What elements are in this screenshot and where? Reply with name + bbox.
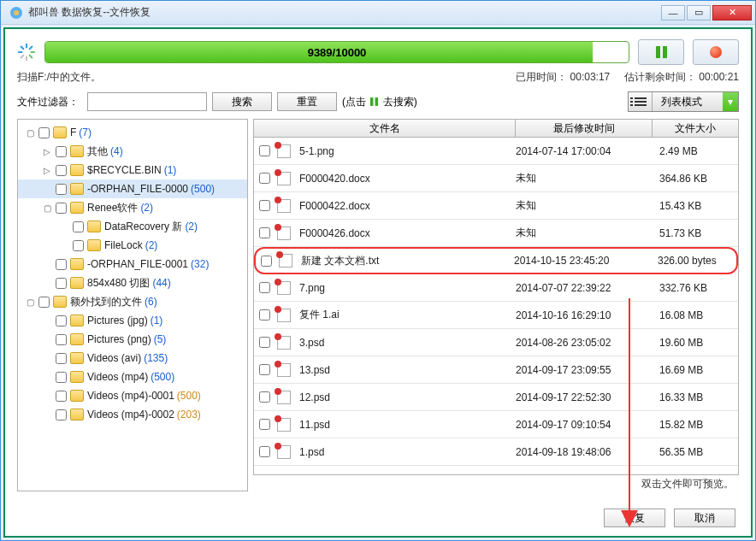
tree-checkbox[interactable] — [56, 372, 67, 383]
file-row[interactable]: 1.psd2014-09-18 19:48:0656.35 MB — [254, 438, 738, 466]
file-checkbox[interactable] — [259, 200, 270, 211]
tree-node[interactable]: Videos (mp4) (500) — [18, 368, 247, 386]
tree-checkbox[interactable] — [56, 334, 67, 345]
tree-checkbox[interactable] — [56, 184, 67, 195]
tree-checkbox[interactable] — [73, 240, 84, 251]
file-checkbox[interactable] — [259, 391, 270, 403]
minimize-button[interactable]: — — [661, 5, 685, 21]
file-row[interactable]: 新建 文本文档.txt2014-10-15 23:45:20326.00 byt… — [254, 247, 738, 274]
cancel-button[interactable]: 取消 — [674, 509, 735, 527]
pause-button[interactable] — [638, 39, 684, 65]
view-mode-dropdown[interactable]: 列表模式 ▾ — [628, 91, 739, 112]
stop-button[interactable] — [693, 39, 739, 65]
tree-checkbox[interactable] — [73, 221, 84, 232]
file-size: 15.82 MB — [653, 419, 738, 431]
tree-checkbox[interactable] — [56, 146, 67, 157]
col-date[interactable]: 最后修改时间 — [516, 120, 653, 137]
tree-checkbox[interactable] — [56, 203, 67, 214]
file-checkbox[interactable] — [259, 227, 270, 238]
file-checkbox[interactable] — [259, 337, 270, 348]
file-icon — [277, 199, 291, 213]
file-list[interactable]: 5-1.png2014-07-14 17:00:042.49 MBF000042… — [253, 138, 739, 475]
close-button[interactable]: ✕ — [712, 5, 752, 21]
file-row[interactable]: F0000420.docx未知364.86 KB — [254, 165, 738, 192]
tree-node[interactable]: Pictures (jpg) (1) — [18, 311, 247, 330]
tree-checkbox[interactable] — [56, 409, 67, 420]
file-row[interactable]: 3.psd2014-08-26 23:05:0219.60 MB — [254, 329, 738, 356]
file-checkbox[interactable] — [259, 309, 270, 320]
expander-icon[interactable]: ▷ — [42, 166, 52, 175]
expander-icon[interactable]: ▷ — [42, 147, 52, 156]
file-date: 2014-07-07 22:39:22 — [516, 282, 653, 294]
tree-label: Videos (mp4)-0002 — [87, 409, 174, 420]
tree-count: (2) — [185, 221, 198, 232]
filter-input[interactable] — [87, 92, 207, 111]
file-checkbox[interactable] — [259, 173, 270, 184]
tree-node[interactable]: DataRecovery 新 (2) — [18, 217, 247, 236]
tree-label: Pictures (jpg) — [87, 315, 148, 326]
view-mode-label: 列表模式 — [653, 95, 723, 109]
expander-icon[interactable]: ▢ — [25, 128, 35, 138]
tree-label: FileLock — [104, 239, 143, 251]
file-row[interactable]: 复件 1.ai2014-10-16 16:29:1016.08 MB — [254, 302, 738, 329]
tree-node[interactable]: Videos (mp4)-0002 (203) — [18, 405, 247, 424]
tree-node[interactable]: ▷$RECYCLE.BIN (1) — [18, 161, 247, 179]
tree-node[interactable]: ▢F (7) — [18, 123, 247, 142]
file-checkbox[interactable] — [259, 282, 270, 293]
file-row[interactable]: 7.png2014-07-07 22:39:22332.76 KB — [254, 274, 738, 302]
expander-icon[interactable]: ▢ — [25, 297, 35, 307]
file-icon — [277, 363, 291, 377]
tree-count: (32) — [191, 258, 209, 270]
recover-button[interactable]: 恢复 — [604, 509, 665, 527]
reset-button[interactable]: 重置 — [277, 92, 337, 111]
tree-node[interactable]: -ORPHAN_FILE-0001 (32) — [18, 255, 247, 273]
col-size[interactable]: 文件大小 — [653, 120, 738, 137]
file-size: 16.69 MB — [653, 364, 738, 376]
tree-checkbox[interactable] — [56, 165, 67, 176]
tree-checkbox[interactable] — [38, 297, 50, 308]
search-button[interactable]: 搜索 — [212, 92, 272, 111]
file-row[interactable]: 12.psd2014-09-17 22:52:3016.33 MB — [254, 384, 738, 411]
file-checkbox[interactable] — [259, 145, 270, 156]
tree-node[interactable]: ▷其他 (4) — [18, 142, 247, 161]
tree-checkbox[interactable] — [56, 353, 67, 364]
svg-line-7 — [21, 56, 24, 58]
tree-node[interactable]: ▢Renee软件 (2) — [18, 198, 247, 217]
tree-node[interactable]: 854x480 切图 (44) — [18, 273, 247, 292]
file-checkbox[interactable] — [261, 256, 272, 267]
file-row[interactable]: F0000422.docx未知15.43 KB — [254, 192, 738, 220]
folder-icon — [70, 164, 84, 176]
tree-node[interactable]: FileLock (2) — [18, 236, 247, 255]
file-row[interactable]: F0000426.docx未知51.73 KB — [254, 220, 738, 247]
expander-icon[interactable]: ▢ — [42, 203, 52, 213]
tree-checkbox[interactable] — [56, 315, 67, 326]
elapsed-label: 已用时间： — [516, 71, 567, 83]
file-date: 未知 — [516, 226, 653, 240]
file-checkbox[interactable] — [259, 419, 270, 430]
svg-point-1 — [14, 10, 19, 15]
tree-label: $RECYCLE.BIN — [87, 164, 162, 176]
file-checkbox[interactable] — [259, 364, 270, 375]
tree-checkbox[interactable] — [56, 391, 67, 402]
file-icon — [277, 309, 291, 322]
maximize-button[interactable]: ▭ — [687, 5, 711, 21]
folder-tree[interactable]: ▢F (7)▷其他 (4)▷$RECYCLE.BIN (1)-ORPHAN_FI… — [17, 119, 248, 491]
file-checkbox[interactable] — [259, 446, 270, 457]
tree-node[interactable]: -ORPHAN_FILE-0000 (500) — [18, 179, 247, 198]
file-row[interactable]: 13.psd2014-09-17 23:09:5516.69 MB — [254, 356, 738, 384]
tree-node[interactable]: Pictures (png) (5) — [18, 330, 247, 349]
tree-checkbox[interactable] — [56, 259, 67, 270]
file-row[interactable]: 11.psd2014-09-17 09:10:5415.82 MB — [254, 411, 738, 438]
tree-checkbox[interactable] — [38, 127, 50, 138]
tree-node[interactable]: Videos (avi) (135) — [18, 349, 247, 368]
tree-node[interactable]: Videos (mp4)-0001 (500) — [18, 386, 247, 405]
preview-hint: 双击文件即可预览。 — [253, 475, 739, 491]
tree-label: 其他 — [87, 144, 108, 159]
tree-label: -ORPHAN_FILE-0001 — [87, 258, 188, 270]
folder-icon — [70, 277, 84, 289]
file-row[interactable]: 5-1.png2014-07-14 17:00:042.49 MB — [254, 138, 738, 165]
tree-checkbox[interactable] — [56, 278, 67, 289]
file-date: 2014-10-15 23:45:20 — [514, 255, 651, 267]
col-filename[interactable]: 文件名 — [254, 120, 516, 137]
tree-node[interactable]: ▢额外找到的文件 (6) — [18, 292, 247, 311]
